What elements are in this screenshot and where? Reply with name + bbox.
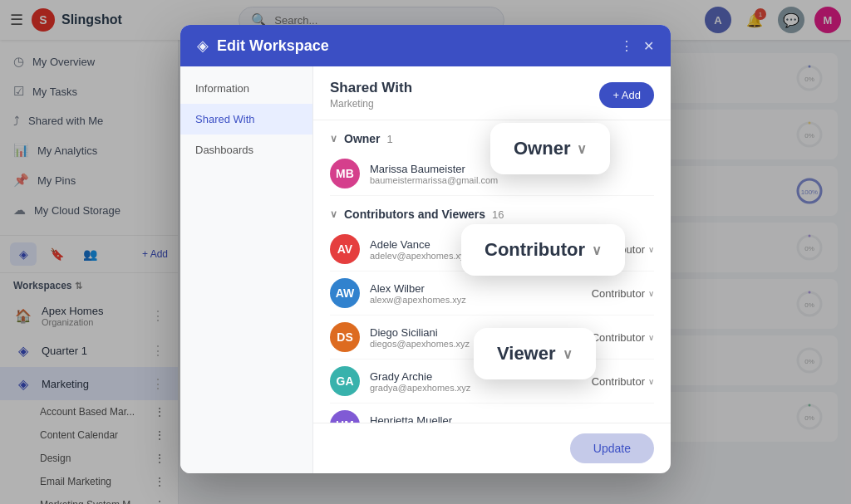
contributors-count: 16 (492, 208, 504, 221)
member-name-1: Alex Wilber (370, 282, 592, 295)
add-member-button[interactable]: + Add (599, 82, 654, 108)
owner-email: baumeistermarissa@gmail.com (370, 175, 654, 185)
chevron-owner: ∨ (330, 133, 337, 144)
modal-sidebar: Information Shared With Dashboards (180, 66, 313, 473)
modal-nav-dashboards[interactable]: Dashboards (180, 135, 312, 165)
contributors-section-header[interactable]: ∨ Contributors and Viewers 16 (330, 196, 654, 228)
chevron-contributors: ∨ (330, 208, 337, 220)
floating-viewer-dropdown[interactable]: Viewer ∨ (474, 328, 596, 379)
member-avatar-4: HM (330, 410, 360, 423)
modal-nav-information[interactable]: Information (180, 73, 312, 104)
floating-contributor-dropdown[interactable]: Contributor ∨ (461, 224, 625, 276)
modal-main-title: Shared With (330, 80, 412, 96)
member-avatar-1: AW (330, 278, 360, 308)
modal-main-header: Shared With Marketing + Add (313, 66, 671, 120)
modal-header-icons: ⋮ ✕ (620, 38, 654, 54)
owner-section-label: Owner (344, 132, 381, 145)
modal-title-area: ◈ Edit Workspace (197, 37, 329, 55)
member-avatar-3: GA (330, 366, 360, 396)
modal-workspace-icon: ◈ (197, 37, 209, 55)
modal-footer: Update (313, 423, 671, 473)
modal-main-title-area: Shared With Marketing (330, 80, 412, 110)
member-name-4: Henrietta Mueller (370, 414, 654, 423)
member-email-1: alexw@apexhomes.xyz (370, 295, 592, 305)
owner-count: 1 (387, 133, 393, 145)
role-chevron-1: ∨ (648, 289, 654, 298)
floating-owner-dropdown[interactable]: Owner ∨ (490, 123, 610, 174)
role-chevron-0: ∨ (648, 245, 654, 254)
update-button[interactable]: Update (570, 433, 654, 463)
member-info-4: Henrietta Mueller henriettam@apexhomes.x… (370, 414, 654, 423)
floating-viewer-label: Viewer (497, 343, 556, 365)
member-avatar-0: AV (330, 234, 360, 264)
modal-nav-shared-with[interactable]: Shared With (180, 104, 312, 135)
member-avatar-2: DS (330, 322, 360, 352)
member-role-3[interactable]: Contributor ∨ (592, 375, 654, 388)
role-chevron-3: ∨ (648, 377, 654, 386)
floating-contributor-chevron: ∨ (592, 242, 602, 258)
member-row-4: HM Henrietta Mueller henriettam@apexhome… (330, 404, 654, 423)
modal-close-button[interactable]: ✕ (643, 38, 654, 54)
floating-viewer-chevron: ∨ (563, 346, 573, 362)
floating-contributor-label: Contributor (485, 239, 585, 261)
owner-avatar: MB (330, 159, 360, 188)
floating-owner-chevron: ∨ (577, 141, 587, 157)
role-chevron-2: ∨ (648, 333, 654, 342)
modal-overlay: Owner ∨ Contributor ∨ Viewer ∨ ◈ Edit Wo… (0, 0, 851, 504)
modal-more-button[interactable]: ⋮ (620, 38, 633, 54)
member-row-1: AW Alex Wilber alexw@apexhomes.xyz Contr… (330, 272, 654, 316)
modal-header: ◈ Edit Workspace ⋮ ✕ (180, 25, 671, 66)
member-role-2[interactable]: Contributor ∨ (592, 331, 654, 344)
modal-main-subtitle: Marketing (330, 98, 412, 110)
member-info-1: Alex Wilber alexw@apexhomes.xyz (370, 282, 592, 305)
member-email-3: gradya@apexhomes.xyz (370, 383, 592, 393)
floating-owner-label: Owner (514, 138, 570, 159)
modal-title: Edit Workspace (217, 37, 329, 55)
member-role-1[interactable]: Contributor ∨ (592, 287, 654, 300)
contributors-section-label: Contributors and Viewers (344, 208, 485, 221)
